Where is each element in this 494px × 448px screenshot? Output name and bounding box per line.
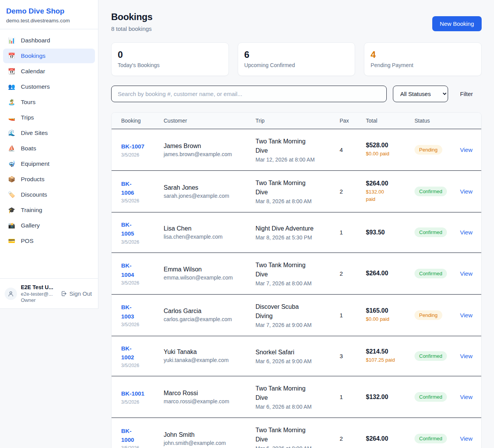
stat-label: Pending Payment (370, 62, 475, 68)
column-header-total: Total (366, 113, 414, 129)
shop-domain: demo.test.divestreams.com (6, 18, 92, 24)
trip-name: Two Tank Morning Dive (255, 426, 336, 444)
customer-email: yuki.tanaka@example.com (164, 357, 252, 363)
customer-name: Emma Wilson (164, 266, 252, 273)
sailboat-icon: ⛵ (7, 145, 16, 152)
search-input[interactable] (111, 86, 387, 102)
total-amount: $132.00 (366, 394, 411, 401)
booking-id-link[interactable]: BK- 1005 (121, 220, 160, 238)
sidebar-item-label: Training (21, 207, 42, 214)
customer-email: john.smith@example.com (164, 440, 252, 446)
status-badge: Confirmed (414, 351, 447, 361)
sign-out-button[interactable]: Sign Out (61, 290, 92, 297)
user-name: E2E Test U... (21, 284, 60, 290)
view-link[interactable]: View (460, 147, 472, 153)
sidebar-item-label: Customers (21, 83, 50, 90)
booking-id-link[interactable]: BK- 1006 (121, 179, 160, 197)
booking-date: 3/5/2026 (121, 322, 160, 327)
total-amount: $93.50 (366, 229, 411, 236)
sidebar-item-trips[interactable]: 🚤 Trips (3, 110, 95, 125)
table-row: BK-1001 3/5/2026 Marco Rossi marco.rossi… (112, 376, 481, 418)
view-link[interactable]: View (460, 353, 472, 359)
table-row: BK- 1005 3/5/2026 Lisa Chen lisa.chen@ex… (112, 212, 481, 253)
pax-value: 2 (340, 172, 366, 211)
total-amount: $264.00 (366, 180, 411, 187)
speedboat-icon: 🚤 (7, 114, 16, 121)
stat-card-pending-payment: 4 Pending Payment (364, 42, 482, 76)
sidebar: Demo Dive Shop demo.test.divestreams.com… (0, 0, 98, 309)
booking-id-link[interactable]: BK- 1004 (121, 261, 160, 279)
new-booking-button[interactable]: New Booking (432, 16, 482, 31)
pax-value: 2 (340, 254, 366, 293)
sign-out-label: Sign Out (69, 290, 92, 297)
view-link[interactable]: View (460, 435, 472, 442)
table-row: BK-1007 3/5/2026 James Brown james.brown… (112, 129, 481, 171)
trip-datetime: Mar 7, 2026 at 9:00 AM (255, 322, 336, 328)
sidebar-item-dive-sites[interactable]: 🌊 Dive Sites (3, 126, 95, 140)
sidebar-item-bookings[interactable]: 📅 Bookings (3, 49, 95, 63)
table-header-row: Booking Customer Trip Pax Total Status (112, 113, 481, 129)
sidebar-item-label: Dive Sites (21, 130, 48, 136)
sidebar-item-equipment[interactable]: 🤿 Equipment (3, 157, 95, 171)
stat-value: 0 (118, 49, 222, 60)
view-link[interactable]: View (460, 188, 472, 195)
customer-name: Lisa Chen (164, 225, 252, 232)
trip-datetime: Mar 6, 2026 at 8:00 AM (255, 404, 336, 410)
sidebar-item-pos[interactable]: 💳 POS (3, 234, 95, 248)
stat-card-upcoming-confirmed: 6 Upcoming Confirmed (238, 42, 355, 76)
status-badge: Pending (414, 145, 442, 155)
sidebar-item-products[interactable]: 📦 Products (3, 172, 95, 187)
sidebar-item-label: Equipment (21, 160, 49, 167)
graduation-cap-icon: 🎓 (7, 207, 16, 214)
customer-name: Yuki Tanaka (164, 349, 252, 355)
status-filter-select[interactable]: All Statuses (393, 86, 448, 102)
stat-value: 6 (244, 49, 349, 60)
sidebar-item-label: Gallery (21, 222, 40, 229)
sidebar-item-calendar[interactable]: 📆 Calendar (3, 64, 95, 79)
pax-value: 4 (340, 131, 366, 169)
trip-name: Two Tank Morning Dive (255, 137, 336, 155)
sidebar-item-dashboard[interactable]: 📊 Dashboard (3, 33, 95, 48)
pax-value: 1 (340, 378, 366, 416)
customer-email: carlos.garcia@example.com (164, 316, 252, 322)
sidebar-item-label: Tours (21, 99, 36, 106)
table-row: BK- 1004 3/5/2026 Emma Wilson emma.wilso… (112, 253, 481, 295)
sidebar-item-label: Calendar (21, 68, 45, 75)
sidebar-item-label: Products (21, 176, 44, 183)
status-badge: Pending (414, 310, 442, 320)
paid-amount: $0.00 paid (366, 150, 411, 157)
sidebar-item-customers[interactable]: 👥 Customers (3, 79, 95, 94)
booking-id-link[interactable]: BK- 1000 (121, 426, 160, 445)
total-amount: $264.00 (366, 435, 411, 442)
booking-id-link[interactable]: BK- 1003 (121, 303, 160, 321)
view-link[interactable]: View (460, 229, 472, 236)
booking-id-link[interactable]: BK-1007 (121, 142, 160, 151)
sidebar-item-label: Trips (21, 114, 34, 121)
booking-id-link[interactable]: BK- 1002 (121, 344, 160, 362)
sidebar-item-boats[interactable]: ⛵ Boats (3, 141, 95, 156)
column-header-trip: Trip (255, 113, 340, 129)
sidebar-item-gallery[interactable]: 📸 Gallery (3, 218, 95, 233)
view-link[interactable]: View (460, 312, 472, 318)
pax-value: 1 (340, 213, 366, 252)
bookings-table: Booking Customer Trip Pax Total Status B… (111, 112, 482, 448)
stats-row: 0 Today's Bookings 6 Upcoming Confirmed … (111, 42, 482, 76)
filter-button[interactable]: Filter (460, 91, 473, 97)
column-header-customer: Customer (164, 113, 255, 129)
controls-row: All Statuses Filter (111, 86, 482, 102)
avatar (5, 288, 17, 300)
sidebar-nav: 📊 Dashboard 📅 Bookings 📆 Calendar 👥 Cust… (0, 29, 98, 253)
trip-datetime: Mar 8, 2026 at 8:00 AM (255, 198, 336, 204)
pax-value: 1 (340, 296, 366, 334)
booking-id-link[interactable]: BK-1001 (121, 389, 160, 398)
customer-email: james.brown@example.com (164, 151, 252, 157)
view-link[interactable]: View (460, 394, 472, 400)
sidebar-item-discounts[interactable]: 🏷️ Discounts (3, 187, 95, 202)
customer-name: Carlos Garcia (164, 308, 252, 315)
status-badge: Confirmed (414, 392, 447, 402)
sidebar-item-tours[interactable]: 🏝️ Tours (3, 95, 95, 109)
booking-date: 3/5/2026 (121, 198, 160, 204)
sidebar-item-training[interactable]: 🎓 Training (3, 203, 95, 217)
page-subtitle: 8 total bookings (111, 25, 152, 32)
view-link[interactable]: View (460, 270, 472, 277)
